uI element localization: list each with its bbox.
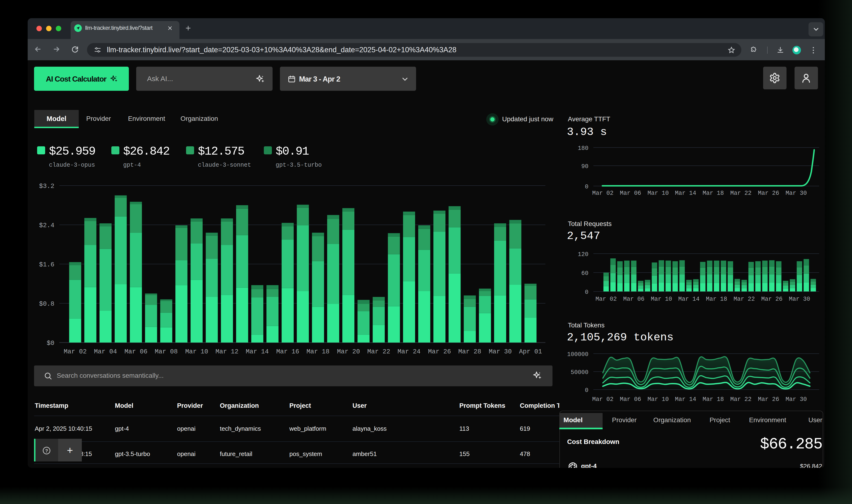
svg-text:Mar 02: Mar 02 bbox=[592, 396, 614, 403]
svg-text:90: 90 bbox=[581, 163, 588, 170]
svg-text:0: 0 bbox=[585, 289, 588, 296]
svg-text:Mar 02: Mar 02 bbox=[596, 296, 617, 303]
svg-text:Mar 18: Mar 18 bbox=[703, 190, 724, 197]
svg-text:Mar 14: Mar 14 bbox=[675, 396, 696, 403]
svg-text:120: 120 bbox=[578, 251, 588, 258]
svg-text:60: 60 bbox=[581, 270, 588, 277]
svg-text:0: 0 bbox=[585, 387, 588, 394]
svg-text:0: 0 bbox=[585, 183, 588, 190]
svg-text:Mar 26: Mar 26 bbox=[758, 190, 779, 197]
svg-text:180: 180 bbox=[578, 145, 588, 152]
svg-text:Mar 18: Mar 18 bbox=[703, 396, 724, 403]
svg-text:Mar 22: Mar 22 bbox=[730, 396, 751, 403]
svg-text:Mar 26: Mar 26 bbox=[761, 296, 782, 303]
svg-text:Mar 30: Mar 30 bbox=[785, 396, 807, 403]
svg-text:Mar 10: Mar 10 bbox=[648, 396, 669, 403]
svg-text:Mar 06: Mar 06 bbox=[623, 296, 645, 303]
svg-text:Mar 18: Mar 18 bbox=[706, 296, 727, 303]
svg-text:Mar 10: Mar 10 bbox=[651, 296, 672, 303]
svg-text:Mar 06: Mar 06 bbox=[620, 190, 641, 197]
svg-text:100000: 100000 bbox=[567, 351, 588, 358]
svg-text:Mar 22: Mar 22 bbox=[730, 190, 751, 197]
svg-text:Mar 30: Mar 30 bbox=[785, 190, 807, 197]
svg-text:Mar 30: Mar 30 bbox=[789, 296, 810, 303]
svg-text:Mar 06: Mar 06 bbox=[620, 396, 641, 403]
svg-text:50000: 50000 bbox=[571, 369, 588, 376]
svg-text:Mar 26: Mar 26 bbox=[758, 396, 779, 403]
svg-text:Mar 14: Mar 14 bbox=[678, 296, 700, 303]
svg-text:Mar 10: Mar 10 bbox=[648, 190, 669, 197]
svg-text:Mar 14: Mar 14 bbox=[675, 190, 696, 197]
svg-text:Mar 02: Mar 02 bbox=[592, 190, 614, 197]
svg-text:Mar 22: Mar 22 bbox=[733, 296, 755, 303]
